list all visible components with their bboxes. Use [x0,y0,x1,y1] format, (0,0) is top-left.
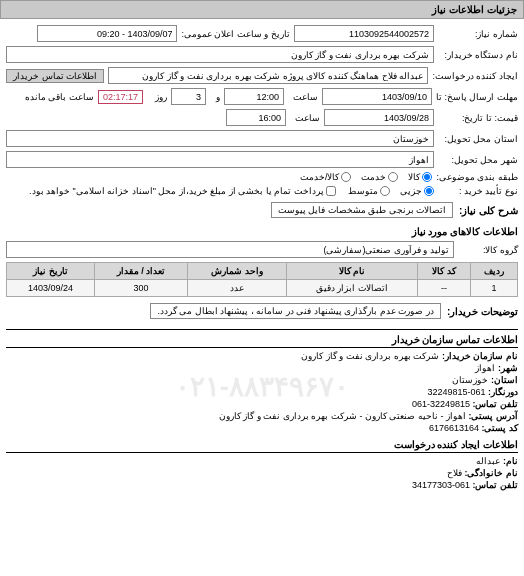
td-idx: 1 [470,280,517,297]
name-line: نام: عبداله [6,456,518,466]
phone-line: تلفن تماس: 061-34177303 [6,480,518,490]
contact-block: اطلاعات تماس سازمان خریدار نام سازمان خر… [6,329,518,490]
phone-label: تلفن تماس: [473,480,519,490]
radio-goods[interactable] [422,172,432,182]
addr-line: آدرس پستی: اهواز - ناحیه صنعتی کارون - ش… [6,411,518,421]
org-name-line: نام سازمان خریدار: شرکت بهره برداری نفت … [6,351,518,361]
org-name-label: نام سازمان خریدار: [442,351,518,361]
state-line: استان: خوزستان [6,375,518,385]
requester-label: ایجاد کننده درخواست: [432,71,518,81]
contact-heading-1: اطلاعات تماس سازمان خریدار [6,334,518,348]
buyer-contact-button[interactable]: اطلاعات تماس خریدار [6,69,104,83]
main-desc-label: شرح کلی نیاز: [459,205,518,216]
main-desc-row: شرح کلی نیاز: اتصالات برنجی طبق مشخصات ف… [6,202,518,218]
buyer-note-value: در صورت عدم بارگذاری پیشنهاد فنی در ساما… [150,303,441,319]
city-label: شهر: [498,363,518,373]
fax-label: تلفن تماس: [473,399,519,409]
radio-both-label: کالا/خدمت [300,172,340,182]
table-row: 1 -- اتصالات ابزار دقیق عدد 300 1403/09/… [7,280,518,297]
announce-input[interactable] [37,25,177,42]
radio-service-label: خدمت [361,172,386,182]
time-label-1: ساعت [288,92,318,102]
need-number-input[interactable] [294,25,434,42]
requester-input[interactable] [108,67,428,84]
postal-value: 6176613164 [429,423,479,433]
td-code: -- [418,280,471,297]
th-unit: واحد شمارش [188,263,286,280]
radio-small-opt[interactable]: جزیی [400,186,434,196]
fax-line: تلفن تماس: 32249815-061 [6,399,518,409]
family-value: فلاح [447,468,462,478]
group-label: گروه کالا: [458,245,518,255]
buyer-note-row: توضیحات خریدار: در صورت عدم بارگذاری پیش… [6,303,518,319]
contact-heading-2: اطلاعات ایجاد کننده درخواست [6,439,518,453]
switch-value: 061-32249815 [427,387,485,397]
days-left-input[interactable] [171,88,206,105]
validity-label: قیمت: تا تاریخ: [438,113,518,123]
panel-header: جزئیات اطلاعات نیاز [0,0,524,19]
row-deadline: مهلت ارسال پاسخ: تا ساعت و روز 02:17:17 … [6,88,518,105]
validity-time-input[interactable] [226,109,286,126]
main-desc-value: اتصالات برنجی طبق مشخصات فایل پیوست [271,202,454,218]
row-buyer-org: نام دستگاه خریدار: [6,46,518,63]
td-qty: 300 [94,280,187,297]
row-need-number: شماره نیاز: تاریخ و ساعت اعلان عمومی: [6,25,518,42]
row-validity: قیمت: تا تاریخ: ساعت [6,109,518,126]
radio-medium[interactable] [380,186,390,196]
family-line: نام خانوادگی: فلاح [6,468,518,478]
buyer-note-label: توضیحات خریدار: [447,306,518,317]
deadline-date-input[interactable] [322,88,432,105]
postal-line: کد پستی: 6176613164 [6,423,518,433]
switch-label: دورنگار: [488,387,518,397]
radio-small[interactable] [424,186,434,196]
subject-radio-group: کالا خدمت کالا/خدمت [300,172,433,182]
announce-label: تاریخ و ساعت اعلان عمومی: [181,29,290,39]
addr-label: آدرس پستی: [469,411,519,421]
panel-title: جزئیات اطلاعات نیاز [432,4,517,15]
radio-goods-label: کالا [408,172,420,182]
th-idx: ردیف [470,263,517,280]
family-label: نام خانوادگی: [465,468,519,478]
delivery-city-input[interactable] [6,151,434,168]
group-input[interactable] [6,241,454,258]
payment-note-opt[interactable]: پرداخت تمام یا بخشی از مبلغ خرید،از محل … [29,186,336,196]
city-line: شهر: اهواز [6,363,518,373]
buyer-org-input[interactable] [6,46,434,63]
delivery-state-input[interactable] [6,130,434,147]
radio-both[interactable] [341,172,351,182]
radio-service[interactable] [388,172,398,182]
day-label: روز [147,92,167,102]
addr-value: اهواز - ناحیه صنعتی کارون - شرکت بهره بر… [219,411,466,421]
deadline-time-input[interactable] [224,88,284,105]
phone-value: 061-34177303 [412,480,470,490]
row-purchase-type: نوع تأیید خرید : جزیی متوسط پرداخت تمام … [6,186,518,196]
postal-label: کد پستی: [482,423,519,433]
radio-service-opt[interactable]: خدمت [361,172,398,182]
fax-value: 32249815-061 [412,399,470,409]
td-date: 1403/09/24 [7,280,95,297]
delivery-state-label: استان محل تحویل: [438,134,518,144]
radio-goods-opt[interactable]: کالا [408,172,432,182]
city-value: اهواز [475,363,495,373]
time-remaining-label: ساعت باقی مانده [25,92,94,102]
buyer-org-label: نام دستگاه خریدار: [438,50,518,60]
radio-medium-opt[interactable]: متوسط [348,186,390,196]
th-date: تاریخ نیاز [7,263,95,280]
validity-date-input[interactable] [324,109,434,126]
purchase-type-label: نوع تأیید خرید : [438,186,518,196]
td-unit: عدد [188,280,286,297]
th-code: کد کالا [418,263,471,280]
items-heading: اطلاعات کالاهای مورد نیاز [6,226,518,237]
items-table: ردیف کد کالا نام کالا واحد شمارش تعداد /… [6,262,518,297]
payment-checkbox[interactable] [326,186,336,196]
state-label: استان: [491,375,518,385]
radio-both-opt[interactable]: کالا/خدمت [300,172,352,182]
payment-note: پرداخت تمام یا بخشی از مبلغ خرید،از محل … [29,186,324,196]
subject-class-label: طبقه بندی موضوعی: [436,172,518,182]
row-delivery-city: شهر محل تحویل: [6,151,518,168]
row-group: گروه کالا: [6,241,518,258]
name-value: عبداله [476,456,500,466]
radio-medium-label: متوسط [348,186,378,196]
th-name: نام کالا [286,263,418,280]
time-label-2: ساعت [290,113,320,123]
